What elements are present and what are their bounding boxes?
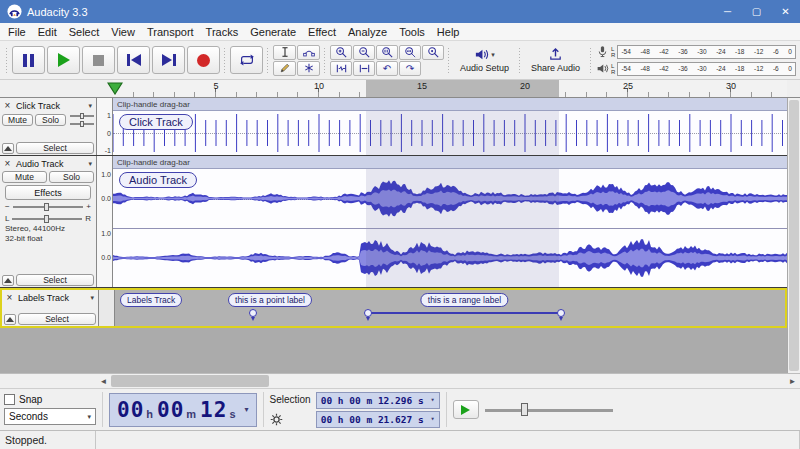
range-label-bar[interactable] xyxy=(368,312,560,314)
playback-meter[interactable]: LR -54-48-42-36-30-24-18-12-60 xyxy=(596,61,796,77)
click-track-waveform-area[interactable]: Clip-handle drag-bar Click Track xyxy=(113,98,787,155)
audio-track-waveform-area[interactable]: Clip-handle drag-bar Audio Track xyxy=(113,156,787,287)
close-track-button[interactable]: × xyxy=(2,158,13,169)
undo-button[interactable]: ↶ xyxy=(376,61,398,76)
collapse-track-button[interactable] xyxy=(4,314,16,325)
zoom-toggle-button[interactable] xyxy=(422,45,444,60)
mute-button[interactable]: Mute xyxy=(2,114,33,126)
scroll-left-arrow[interactable]: ◄ xyxy=(96,374,111,388)
loop-button[interactable] xyxy=(230,46,263,74)
track-name-pill[interactable]: Labels Track xyxy=(120,293,182,307)
play-button[interactable] xyxy=(47,46,80,74)
envelope-tool-button[interactable] xyxy=(297,45,320,60)
snap-checkbox[interactable] xyxy=(4,394,15,405)
select-track-button[interactable]: Select xyxy=(16,142,94,154)
snap-mode-dropdown[interactable]: Seconds ▾ xyxy=(4,408,96,425)
menu-item[interactable]: Select xyxy=(63,23,106,40)
toolbar-grip[interactable] xyxy=(518,47,522,73)
zoom-out-button[interactable] xyxy=(353,45,375,60)
track-name-menu[interactable]: Audio Track▾ xyxy=(14,159,94,169)
fit-project-button[interactable] xyxy=(399,45,421,60)
toolbar-grip[interactable] xyxy=(447,47,451,73)
gear-icon[interactable] xyxy=(270,413,283,426)
collapse-track-button[interactable] xyxy=(2,275,14,286)
menu-item[interactable]: File xyxy=(2,23,32,40)
audio-position-display[interactable]: 00h 00m 12s ▾ xyxy=(109,393,257,427)
effects-button[interactable]: Effects xyxy=(5,185,91,200)
clip-drag-bar[interactable]: Clip-handle drag-bar xyxy=(113,156,787,169)
solo-button[interactable]: Solo xyxy=(49,171,94,183)
caret-down-icon[interactable]: ▾ xyxy=(245,405,249,414)
menu-item[interactable]: Effect xyxy=(302,23,342,40)
record-button[interactable] xyxy=(187,46,220,74)
toolbar-grip[interactable] xyxy=(5,47,9,73)
scroll-right-arrow[interactable]: ► xyxy=(785,374,800,388)
selection-tool-button[interactable] xyxy=(273,45,296,60)
zoom-in-button[interactable] xyxy=(330,45,352,60)
horizontal-scrollbar-thumb[interactable] xyxy=(111,375,269,387)
collapse-track-button[interactable] xyxy=(2,143,14,154)
playback-speed-slider[interactable] xyxy=(485,403,613,417)
track-name-menu[interactable]: Labels Track▾ xyxy=(16,293,96,303)
label-marker[interactable] xyxy=(249,309,257,317)
audio-track-vertical-ruler[interactable]: 1.0 0.0 1.0 0.0 xyxy=(97,156,113,287)
close-track-button[interactable]: × xyxy=(4,292,15,303)
menu-item[interactable]: Tracks xyxy=(200,23,245,40)
play-at-speed-button[interactable] xyxy=(453,400,479,419)
minimize-button[interactable]: ─ xyxy=(713,0,742,23)
skip-to-start-button[interactable] xyxy=(117,46,150,74)
menu-item[interactable]: View xyxy=(105,23,141,40)
stop-button[interactable] xyxy=(82,46,115,74)
playhead-triangle[interactable] xyxy=(107,82,123,95)
draw-tool-button[interactable] xyxy=(273,61,296,76)
speed-slider-thumb[interactable] xyxy=(521,403,528,416)
redo-button[interactable]: ↷ xyxy=(399,61,421,76)
menu-item[interactable]: Analyze xyxy=(342,23,393,40)
pan-slider[interactable] xyxy=(70,121,94,127)
gain-slider[interactable] xyxy=(13,203,84,211)
track-name-pill[interactable]: Click Track xyxy=(119,114,193,130)
label-marker[interactable] xyxy=(364,309,372,317)
fit-selection-button[interactable] xyxy=(376,45,398,60)
track-name-pill[interactable]: Audio Track xyxy=(119,172,197,188)
audio-setup-button[interactable]: ▾ Audio Setup xyxy=(454,44,515,76)
maximize-button[interactable]: ▢ xyxy=(742,0,771,23)
silence-selection-button[interactable] xyxy=(353,61,375,76)
selection-start-field[interactable]: 00 h 00 m 12.296 s▾ xyxy=(316,392,440,409)
toolbar-grip[interactable] xyxy=(223,47,227,73)
vertical-scrollbar[interactable] xyxy=(787,98,800,373)
close-button[interactable]: ✕ xyxy=(771,0,800,23)
mute-button[interactable]: Mute xyxy=(2,171,47,183)
click-track-vertical-ruler[interactable]: 1 0 -1 xyxy=(97,98,113,155)
solo-button[interactable]: Solo xyxy=(35,114,66,126)
share-audio-button[interactable]: Share Audio xyxy=(525,44,586,76)
menu-item[interactable]: Transport xyxy=(141,23,200,40)
select-track-button[interactable]: Select xyxy=(18,313,96,325)
toolbar-grip[interactable] xyxy=(266,47,270,73)
horizontal-scrollbar-track[interactable] xyxy=(111,374,785,388)
menu-item[interactable]: Edit xyxy=(32,23,63,40)
audio-channel-right[interactable] xyxy=(113,228,787,287)
pause-button[interactable] xyxy=(12,46,45,74)
label-pill[interactable]: this is a range label xyxy=(421,293,508,307)
label-pill[interactable]: this is a point label xyxy=(228,293,312,307)
select-track-button[interactable]: Select xyxy=(16,274,94,286)
menu-item[interactable]: Generate xyxy=(244,23,302,40)
clip-drag-bar[interactable]: Clip-handle drag-bar xyxy=(113,98,787,111)
label-marker[interactable] xyxy=(557,309,565,317)
click-track-clip[interactable]: Click Track xyxy=(113,111,787,155)
pan-slider[interactable] xyxy=(12,215,82,223)
trim-outside-selection-button[interactable] xyxy=(330,61,352,76)
timeline-ruler[interactable]: 51015202530 xyxy=(113,80,787,98)
close-track-button[interactable]: × xyxy=(2,100,13,111)
recording-meter[interactable]: LR -54-48-42-36-30-24-18-12-60 xyxy=(596,44,796,60)
menu-item[interactable]: Tools xyxy=(393,23,431,40)
vertical-scrollbar-thumb[interactable] xyxy=(789,100,799,371)
menu-item[interactable]: Help xyxy=(431,23,466,40)
toolbar-grip[interactable] xyxy=(589,47,593,73)
selection-end-field[interactable]: 00 h 00 m 21.627 s▾ xyxy=(316,411,440,428)
track-name-menu[interactable]: Click Track▾ xyxy=(14,101,94,111)
audio-channel-left[interactable]: Audio Track xyxy=(113,169,787,228)
gain-slider[interactable] xyxy=(70,113,94,119)
skip-to-end-button[interactable] xyxy=(152,46,185,74)
